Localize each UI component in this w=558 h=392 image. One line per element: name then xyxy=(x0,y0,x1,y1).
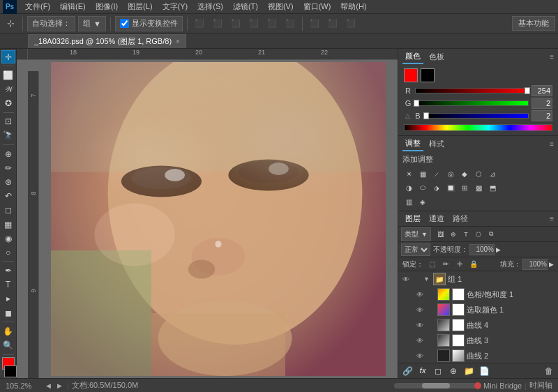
hue-adjustment-button[interactable]: ⬡ xyxy=(472,167,485,180)
distribute-v-button[interactable]: ⬛ xyxy=(325,16,340,31)
adjustments-tab[interactable]: 调整 xyxy=(402,137,423,151)
color-panel-menu[interactable]: ≡ xyxy=(550,53,554,61)
blue-slider-track[interactable] xyxy=(425,113,529,119)
align-top-button[interactable]: ⬛ xyxy=(246,16,262,31)
brightness-adjustment-button[interactable]: ☀ xyxy=(402,167,415,180)
shape-tool[interactable]: ◼ xyxy=(1,306,15,319)
red-value[interactable]: 254 xyxy=(531,85,552,96)
menu-layer[interactable]: 图层(L) xyxy=(123,0,156,13)
layers-panel-menu[interactable]: ≡ xyxy=(550,215,554,223)
crop-tool[interactable]: ⊡ xyxy=(1,115,15,128)
gradient-map-button[interactable]: ▥ xyxy=(402,195,415,208)
invert-button[interactable]: ⊞ xyxy=(458,181,471,194)
add-fx-button[interactable]: fx xyxy=(416,365,429,377)
healing-tool[interactable]: ⊕ xyxy=(1,147,15,160)
layer-curves3[interactable]: 👁 曲线 3 xyxy=(398,333,558,348)
dodge-tool[interactable]: ○ xyxy=(1,246,15,259)
blur-tool[interactable]: ◉ xyxy=(1,232,15,245)
red-slider-track[interactable] xyxy=(415,88,529,93)
timeline-label[interactable]: 时间轴 xyxy=(529,380,552,391)
text-tool[interactable]: T xyxy=(1,278,15,292)
photo-filter-button[interactable]: ⬭ xyxy=(416,181,429,194)
marquee-tool[interactable]: ⬜ xyxy=(1,68,15,82)
group1-visibility-toggle[interactable]: 👁 xyxy=(401,274,411,284)
pixel-filter-button[interactable]: 🖼 xyxy=(435,229,446,240)
layer-group-1[interactable]: 👁 ▼ 📁 组 1 xyxy=(398,271,558,287)
gradient-tool[interactable]: ▦ xyxy=(1,218,15,231)
opacity-input[interactable] xyxy=(469,244,495,255)
basic-mode-button[interactable]: 基本功能 xyxy=(512,16,555,31)
curves4-visibility[interactable]: 👁 xyxy=(415,320,425,330)
text-filter-button[interactable]: T xyxy=(460,229,472,240)
align-bottom-button[interactable]: ⬛ xyxy=(282,16,298,31)
history-brush-tool[interactable]: ↶ xyxy=(1,190,15,203)
close-tab-button[interactable]: × xyxy=(176,38,180,45)
blue-value[interactable]: 2 xyxy=(531,110,552,121)
move-tool[interactable]: ✛ xyxy=(1,50,15,63)
distribute-h-button[interactable]: ⬛ xyxy=(343,16,359,31)
levels-adjustment-button[interactable]: ▦ xyxy=(416,167,429,180)
fill-arrow[interactable]: ▶ xyxy=(549,261,554,268)
curves3-visibility[interactable]: 👁 xyxy=(415,336,425,345)
hue-sat-visibility[interactable]: 👁 xyxy=(415,289,425,299)
bw-adjustment-button[interactable]: ◑ xyxy=(402,181,415,194)
opacity-arrow[interactable]: ▶ xyxy=(496,246,501,253)
menu-text[interactable]: 文字(Y) xyxy=(158,0,193,13)
menu-help[interactable]: 帮助(H) xyxy=(336,0,370,13)
brush-tool[interactable]: ✏ xyxy=(1,161,15,174)
scroll-thumb[interactable] xyxy=(422,383,450,389)
color-lookup-button[interactable]: 🔲 xyxy=(444,181,457,194)
layers-tab[interactable]: 图层 xyxy=(402,212,423,225)
smart-filter-button[interactable]: ⧉ xyxy=(485,229,497,240)
new-group-button[interactable]: 📁 xyxy=(462,365,475,377)
new-layer-button[interactable]: 📄 xyxy=(478,365,490,377)
auto-select-dropdown[interactable]: 组 ▼ xyxy=(78,16,106,31)
nav-next-button[interactable]: ▶ xyxy=(54,381,64,391)
color-spectrum-bar[interactable] xyxy=(404,124,552,131)
menu-filter[interactable]: 滤镜(T) xyxy=(229,0,262,13)
clone-tool[interactable]: ⊛ xyxy=(1,175,15,188)
layer-curves2[interactable]: 👁 曲线 2 xyxy=(398,348,558,363)
mini-bridge-label[interactable]: Mini Bridge xyxy=(483,382,522,390)
swatches-tab[interactable]: 色板 xyxy=(426,50,447,63)
shape-filter-button[interactable]: ⬡ xyxy=(473,229,484,240)
align-center-v-button[interactable]: ⬛ xyxy=(210,16,225,31)
lock-all-button[interactable]: 🔒 xyxy=(468,259,479,270)
align-right-button[interactable]: ⬛ xyxy=(228,16,243,31)
eraser-tool[interactable]: ◻ xyxy=(1,204,15,217)
delete-layer-button[interactable]: 🗑 xyxy=(543,365,555,377)
posterize-button[interactable]: ▩ xyxy=(472,181,485,194)
lock-transparent-button[interactable]: ⬚ xyxy=(426,259,437,270)
document-tab[interactable]: _18A0326.psd @ 105% (图层 1, RGB/8) × xyxy=(28,34,186,48)
move-tool-button[interactable]: ⊹ xyxy=(3,16,18,31)
curves2-visibility[interactable]: 👁 xyxy=(415,351,425,361)
type-filter-dropdown[interactable]: 类型 ▼ xyxy=(401,227,431,241)
menu-file[interactable]: 文件(F) xyxy=(21,0,54,13)
blend-mode-select[interactable]: 正常 xyxy=(401,243,430,256)
nav-prev-button[interactable]: ◀ xyxy=(43,381,53,391)
paths-tab[interactable]: 路径 xyxy=(450,212,471,225)
lock-position-button[interactable]: ✛ xyxy=(454,259,465,270)
horizontal-scrollbar[interactable] xyxy=(394,383,478,389)
green-slider-thumb[interactable] xyxy=(414,100,419,107)
color-tab[interactable]: 颜色 xyxy=(402,50,423,64)
hand-tool[interactable]: ✋ xyxy=(1,324,15,338)
foreground-color-picker[interactable] xyxy=(404,68,418,82)
zoom-tool[interactable]: 🔍 xyxy=(1,338,15,352)
background-color-picker[interactable] xyxy=(421,68,435,82)
blue-slider-thumb[interactable] xyxy=(423,112,429,119)
vibrance-adjustment-button[interactable]: ◆ xyxy=(458,167,471,180)
link-layers-button[interactable]: 🔗 xyxy=(401,365,414,377)
styles-tab[interactable]: 样式 xyxy=(426,137,447,151)
fill-input[interactable] xyxy=(522,259,548,270)
align-left-button[interactable]: ⬛ xyxy=(192,16,207,31)
layer-hue-saturation[interactable]: 👁 色相/饱和度 1 xyxy=(398,287,558,302)
menu-select[interactable]: 选择(S) xyxy=(193,0,227,13)
red-slider-thumb[interactable] xyxy=(525,87,530,94)
adjustment-filter-button[interactable]: ⊕ xyxy=(448,229,459,240)
group-triangle-icon[interactable]: ▼ xyxy=(423,276,430,282)
distribute-button[interactable]: ⬛ xyxy=(307,16,322,31)
align-middle-button[interactable]: ⬛ xyxy=(264,16,280,31)
add-mask-button[interactable]: ◻ xyxy=(432,365,444,377)
curves-adjustment-button[interactable]: ⟋ xyxy=(430,167,443,180)
